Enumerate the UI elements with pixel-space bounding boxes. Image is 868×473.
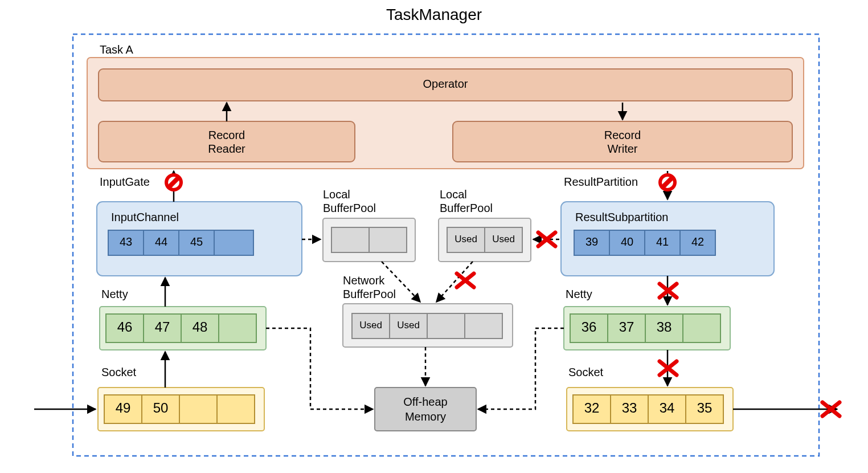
record-writer-l2: Writer (608, 142, 638, 155)
svg-text:48: 48 (193, 319, 208, 335)
operator-label: Operator (423, 78, 468, 90)
resultpartition-label: ResultPartition (564, 176, 638, 188)
svg-rect-58 (217, 395, 255, 423)
svg-text:40: 40 (621, 235, 633, 248)
svg-text:Off-heap: Off-heap (403, 395, 447, 408)
record-writer-box (453, 121, 792, 162)
svg-text:34: 34 (660, 400, 675, 415)
svg-text:38: 38 (657, 319, 672, 335)
diagram-title: TaskManager (386, 6, 482, 23)
svg-text:BufferPool: BufferPool (440, 202, 493, 214)
svg-text:Socket: Socket (568, 366, 604, 378)
record-reader-l1: Record (208, 129, 245, 141)
svg-text:49: 49 (116, 400, 131, 415)
svg-text:33: 33 (622, 400, 637, 415)
svg-text:39: 39 (586, 235, 598, 248)
svg-text:46: 46 (117, 319, 133, 335)
svg-rect-20 (331, 227, 369, 252)
svg-rect-32 (427, 313, 465, 339)
svg-rect-42 (219, 314, 256, 342)
svg-text:BufferPool: BufferPool (323, 202, 376, 214)
svg-text:44: 44 (155, 235, 167, 248)
prohibit-icon (658, 173, 677, 191)
svg-text:36: 36 (582, 319, 597, 335)
svg-text:Netty: Netty (101, 288, 128, 300)
svg-rect-50 (683, 314, 720, 342)
svg-text:41: 41 (656, 235, 669, 248)
inputchannel-label: InputChannel (111, 211, 179, 223)
svg-text:Memory: Memory (405, 410, 446, 423)
svg-text:Used: Used (359, 320, 382, 331)
svg-text:37: 37 (619, 319, 634, 335)
svg-text:Netty: Netty (566, 288, 592, 300)
svg-text:43: 43 (120, 235, 132, 248)
svg-text:BufferPool: BufferPool (343, 288, 396, 300)
svg-rect-6 (214, 230, 253, 255)
svg-text:35: 35 (697, 400, 713, 415)
record-reader-box (99, 121, 355, 162)
svg-text:45: 45 (190, 235, 203, 248)
svg-text:42: 42 (691, 235, 704, 248)
svg-rect-33 (465, 313, 502, 339)
svg-rect-21 (369, 227, 407, 252)
svg-text:Socket: Socket (101, 366, 137, 378)
svg-text:Used: Used (492, 234, 515, 244)
resultsubpartition-label: ResultSubpartition (575, 211, 668, 223)
inputgate-label: InputGate (100, 176, 150, 188)
record-writer-l1: Record (604, 129, 641, 141)
svg-text:Local: Local (440, 188, 467, 201)
resultsubpartition-cells: 39 40 41 42 (574, 230, 715, 255)
svg-text:Used: Used (397, 320, 420, 331)
svg-text:32: 32 (584, 400, 600, 415)
svg-text:Used: Used (455, 234, 477, 244)
svg-text:50: 50 (153, 400, 169, 415)
prohibit-icon (165, 173, 183, 191)
record-reader-l2: Reader (208, 142, 245, 155)
taskmanager-diagram: TaskManager Task A Operator Record Reade… (0, 0, 868, 473)
svg-rect-57 (179, 395, 217, 423)
svg-text:Local: Local (323, 188, 350, 201)
task-a-label: Task A (100, 43, 134, 56)
offheap-box (375, 388, 476, 431)
svg-text:47: 47 (155, 319, 170, 335)
svg-text:Network: Network (343, 274, 385, 287)
inputchannel-cells: 43 44 45 (108, 230, 253, 255)
